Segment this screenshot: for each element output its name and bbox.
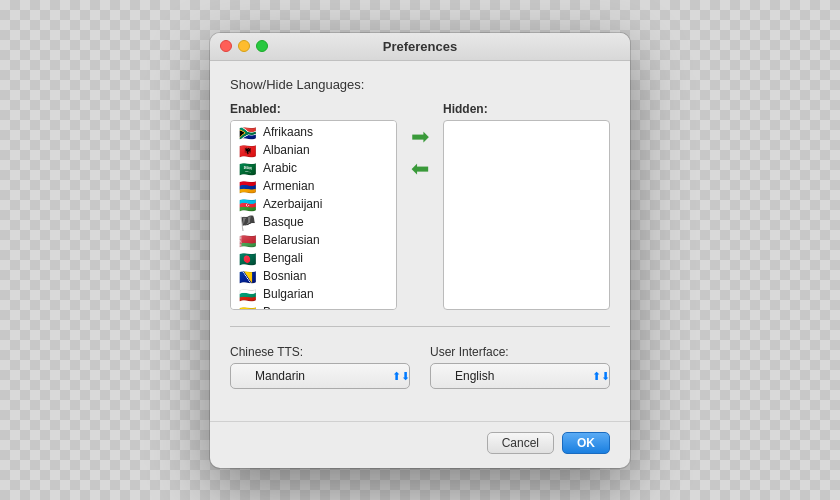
section-label: Show/Hide Languages: — [230, 77, 610, 92]
list-item[interactable]: 🇿🇦Afrikaans — [231, 123, 396, 141]
flag-icon: 🇿🇦 — [239, 126, 257, 138]
dialog-footer: Cancel OK — [210, 421, 630, 468]
enabled-label: Enabled: — [230, 102, 397, 116]
flag-icon: 🇧🇩 — [239, 252, 257, 264]
list-item[interactable]: 🇲🇲Burmese — [231, 303, 396, 310]
ui-wrapper: 🇺🇸 EnglishFrenchGermanSpanish ⬆⬇ — [430, 363, 610, 389]
traffic-lights — [220, 40, 268, 52]
cancel-button[interactable]: Cancel — [487, 432, 554, 454]
enabled-listbox[interactable]: 🇿🇦Afrikaans🇦🇱Albanian🇸🇦Arabic🇦🇲Armenian🇦… — [230, 120, 397, 310]
list-item[interactable]: 🇦🇱Albanian — [231, 141, 396, 159]
hidden-label: Hidden: — [443, 102, 610, 116]
flag-icon: 🇦🇲 — [239, 180, 257, 192]
ui-section: User Interface: 🇺🇸 EnglishFrenchGermanSp… — [430, 345, 610, 389]
flag-icon: 🇧🇾 — [239, 234, 257, 246]
list-item[interactable]: 🇸🇦Arabic — [231, 159, 396, 177]
hidden-listbox[interactable] — [443, 120, 610, 310]
flag-icon: 🇸🇦 — [239, 162, 257, 174]
divider — [230, 326, 610, 327]
move-right-button[interactable]: ➡ — [407, 124, 433, 150]
list-item[interactable]: 🇧🇬Bulgarian — [231, 285, 396, 303]
preferences-dialog: Preferences Show/Hide Languages: Enabled… — [210, 33, 630, 468]
close-button[interactable] — [220, 40, 232, 52]
languages-row: Enabled: 🇿🇦Afrikaans🇦🇱Albanian🇸🇦Arabic🇦🇲… — [230, 102, 610, 310]
flag-icon: 🇧🇬 — [239, 288, 257, 300]
flag-icon: 🇲🇲 — [239, 306, 257, 310]
chinese-tts-section: Chinese TTS: 🇨🇳 MandarinCantonese ⬆⬇ — [230, 345, 410, 389]
flag-icon: 🇦🇿 — [239, 198, 257, 210]
dialog-content: Show/Hide Languages: Enabled: 🇿🇦Afrikaan… — [210, 61, 630, 421]
titlebar: Preferences — [210, 33, 630, 61]
transfer-arrows: ➡ ⬅ — [405, 102, 435, 182]
list-item[interactable]: 🏴Basque — [231, 213, 396, 231]
flag-icon: 🇦🇱 — [239, 144, 257, 156]
chinese-tts-label: Chinese TTS: — [230, 345, 410, 359]
hidden-panel: Hidden: — [443, 102, 610, 310]
ok-button[interactable]: OK — [562, 432, 610, 454]
bottom-combos: Chinese TTS: 🇨🇳 MandarinCantonese ⬆⬇ Use… — [230, 341, 610, 389]
dialog-title: Preferences — [210, 39, 630, 54]
list-item[interactable]: 🇦🇲Armenian — [231, 177, 396, 195]
ui-label: User Interface: — [430, 345, 610, 359]
chinese-tts-wrapper: 🇨🇳 MandarinCantonese ⬆⬇ — [230, 363, 410, 389]
list-item[interactable]: 🇦🇿Azerbaijani — [231, 195, 396, 213]
list-item[interactable]: 🇧🇦Bosnian — [231, 267, 396, 285]
maximize-button[interactable] — [256, 40, 268, 52]
move-left-button[interactable]: ⬅ — [407, 156, 433, 182]
list-item[interactable]: 🇧🇾Belarusian — [231, 231, 396, 249]
enabled-panel: Enabled: 🇿🇦Afrikaans🇦🇱Albanian🇸🇦Arabic🇦🇲… — [230, 102, 397, 310]
ui-select[interactable]: EnglishFrenchGermanSpanish — [430, 363, 610, 389]
flag-icon: 🏴 — [239, 216, 257, 228]
flag-icon: 🇧🇦 — [239, 270, 257, 282]
list-item[interactable]: 🇧🇩Bengali — [231, 249, 396, 267]
minimize-button[interactable] — [238, 40, 250, 52]
chinese-tts-select[interactable]: MandarinCantonese — [230, 363, 410, 389]
